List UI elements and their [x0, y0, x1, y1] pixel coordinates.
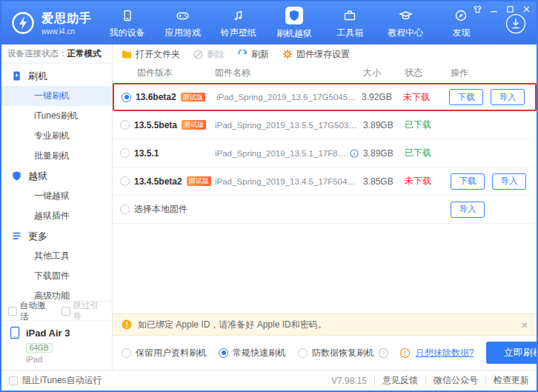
svg-text:?: ?	[382, 350, 385, 356]
sidebar-item-onekey-flash[interactable]: 一键刷机	[1, 86, 112, 106]
import-button[interactable]: 导入	[491, 89, 525, 105]
nav-toolbox[interactable]: 工具箱	[322, 7, 378, 39]
option-normal-quick-flash[interactable]: 常规快速刷机	[219, 347, 286, 359]
option-keep-user-data[interactable]: 保留用户资料刷机	[122, 347, 207, 359]
nav-ringtones-wallpapers[interactable]: 铃声壁纸	[210, 7, 266, 39]
refresh-button[interactable]: 刷新	[238, 48, 269, 61]
capacity-badge: 64GB	[26, 343, 53, 353]
option-radio	[219, 348, 228, 358]
music-note-icon	[232, 7, 245, 24]
divider	[374, 376, 375, 385]
flash-now-button[interactable]: 立即刷机	[486, 342, 538, 364]
firmware-version: 13.5.1	[134, 148, 159, 159]
sidebar-menu: 刷机 一键刷机 iTunes刷机 专业刷机 批量刷机 越狱 一键越狱 越狱插件	[1, 64, 112, 301]
sidebar-checkboxes: 自动激活 跳过引导	[1, 301, 112, 320]
notice-text: 如已绑定 Apple ID，请准备好 Apple ID和密码。	[138, 319, 327, 331]
gamepad-icon	[176, 7, 190, 24]
import-button[interactable]: 导入	[492, 173, 526, 190]
skip-guide-checkbox[interactable]: 跳过引导	[62, 300, 106, 322]
table-row[interactable]: 13.4.5beta2 测试版 iPad_Spring_2019_13.4.5_…	[113, 167, 537, 196]
ipad-icon	[9, 326, 21, 339]
download-button[interactable]: 下载	[449, 89, 483, 105]
firmware-name: iPad_Spring_2019_13.5.5_17G5035d_Restore…	[215, 121, 359, 130]
sidebar-item-batch-flash[interactable]: 批量刷机	[1, 146, 112, 166]
graduation-cap-icon	[399, 7, 413, 24]
sidebar-item-other-tools[interactable]: 其他工具	[1, 246, 112, 266]
firmware-radio[interactable]	[120, 148, 130, 158]
local-firmware-radio[interactable]	[120, 205, 130, 214]
app-logo: 爱思助手 www.i4.cn	[1, 10, 99, 36]
nav-apps-games[interactable]: 应用游戏	[155, 7, 210, 39]
option-radio	[122, 348, 131, 358]
delete-button[interactable]: 删除	[193, 48, 225, 61]
firmware-radio[interactable]	[120, 176, 130, 186]
prohibit-icon	[193, 50, 203, 59]
sidebar-item-advanced-features[interactable]: 高级功能	[1, 286, 112, 301]
device-name: iPad Air 3	[26, 328, 70, 339]
table-header: 固件版本 固件名称 大小 状态 操作	[113, 64, 537, 83]
info-icon[interactable]	[350, 149, 359, 158]
auto-activate-checkbox[interactable]: 自动激活	[8, 300, 53, 322]
firmware-radio[interactable]	[122, 93, 131, 102]
folder-icon	[122, 50, 132, 59]
beta-badge: 测试版	[187, 176, 211, 186]
table-row[interactable]: 13.6beta2 测试版 iPad_Spring_2019_13.6_17G5…	[113, 83, 537, 111]
device-card: iPad Air 3 64GB iPad	[1, 320, 112, 370]
firmware-radio[interactable]	[120, 120, 130, 130]
beta-badge: 测试版	[182, 120, 206, 130]
gear-icon	[282, 49, 293, 59]
download-button[interactable]: 下载	[451, 173, 485, 190]
sidebar-section-more[interactable]: 更多	[1, 226, 112, 246]
sidebar-item-itunes-flash[interactable]: iTunes刷机	[1, 106, 112, 126]
nav-flash-jailbreak[interactable]: 刷机越狱	[266, 7, 322, 40]
option-anti-data-recovery[interactable]: 防数据恢复刷机 ?	[298, 347, 388, 359]
sidebar-item-onekey-jailbreak[interactable]: 一键越狱	[1, 186, 112, 206]
toolbox-icon	[343, 7, 356, 24]
divider	[425, 376, 426, 385]
column-action: 操作	[451, 67, 529, 79]
close-notice-icon[interactable]: ×	[521, 319, 528, 330]
firmware-size: 3.89GB	[363, 120, 400, 130]
top-navigation-bar: 爱思助手 www.i4.cn 我的设备 应用游戏 铃声壁	[1, 1, 537, 44]
sidebar-item-jailbreak-plugins[interactable]: 越狱插件	[1, 206, 112, 226]
table-row[interactable]: 选择本地固件 导入	[113, 196, 537, 224]
block-itunes-checkbox[interactable]: 阻止iTunes自动运行	[9, 374, 102, 387]
firmware-status: 已下载	[405, 147, 446, 159]
cache-settings-button[interactable]: 固件缓存设置	[282, 48, 350, 61]
minimize-icon[interactable]	[490, 5, 498, 13]
firmware-size: 3.92GB	[362, 92, 399, 102]
sidebar-section-flash[interactable]: 刷机	[1, 66, 112, 86]
table-row[interactable]: 13.5.1 iPad_Spring_2019_13.5.1_17F80_Res…	[113, 139, 537, 167]
sidebar-section-jailbreak[interactable]: 越狱	[1, 166, 112, 186]
device-icon	[121, 7, 134, 24]
column-size: 大小	[363, 67, 400, 79]
firmware-version: 13.4.5beta2	[134, 176, 182, 187]
maximize-icon[interactable]	[506, 5, 514, 13]
table-row[interactable]: 13.5.5beta 测试版 iPad_Spring_2019_13.5.5_1…	[113, 111, 537, 139]
flash-options-bar: 保留用户资料刷机 常规快速刷机 防数据恢复刷机 ?	[113, 336, 537, 370]
nav-my-devices[interactable]: 我的设备	[99, 7, 155, 39]
sidebar-item-pro-flash[interactable]: 专业刷机	[1, 126, 112, 146]
empty-area	[113, 224, 537, 313]
sidebar-item-download-firmware[interactable]: 下载固件	[1, 266, 112, 286]
firmware-version: 13.6beta2	[136, 92, 176, 102]
import-button[interactable]: 导入	[451, 202, 485, 218]
close-icon[interactable]	[522, 5, 531, 13]
nav-tutorial-center[interactable]: 教程中心	[378, 7, 434, 39]
download-manager-button[interactable]	[505, 13, 526, 34]
firmware-name: iPad_Spring_2019_13.5.1_17F80_Restore.ip…	[215, 149, 347, 158]
help-icon[interactable]: ?	[379, 348, 388, 358]
more-list-icon	[11, 230, 22, 242]
divider	[485, 376, 486, 385]
skin-icon[interactable]	[474, 5, 482, 13]
option-radio	[298, 348, 308, 358]
flash-section-icon	[11, 70, 22, 82]
firmware-status: 未下载	[403, 91, 445, 104]
check-update-link[interactable]: 检查更新	[494, 374, 529, 387]
local-firmware-label: 选择本地固件	[134, 203, 187, 216]
erase-data-link[interactable]: 只想抹除数据?	[416, 347, 474, 359]
wechat-link[interactable]: 微信公众号	[434, 374, 478, 387]
open-folder-button[interactable]: 打开文件夹	[122, 48, 180, 61]
feedback-link[interactable]: 意见反馈	[382, 374, 418, 387]
firmware-name: iPad_Spring_2019_13.4.5_17F5044d_Restore…	[215, 177, 359, 186]
